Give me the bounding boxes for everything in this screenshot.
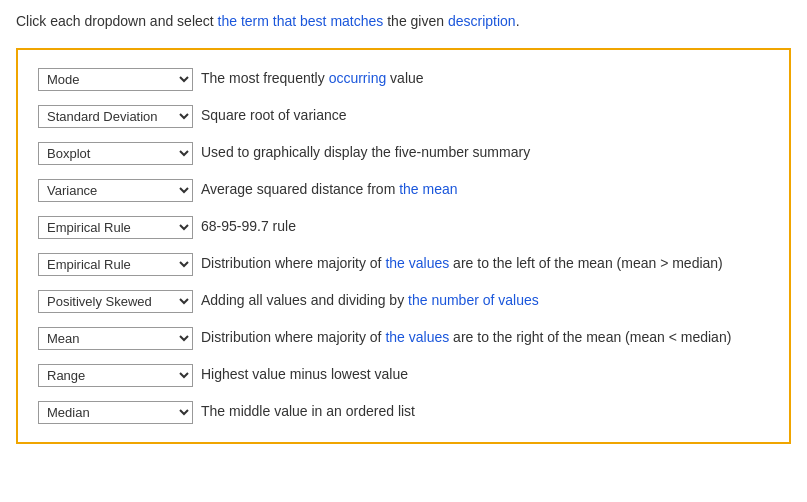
dropdown-wrapper-4: ModeMeanMedianRangeVarianceStandard Devi…: [38, 179, 193, 202]
dropdown-wrapper-2: ModeMeanMedianRangeVarianceStandard Devi…: [38, 105, 193, 128]
description-1: The most frequently occurring value: [201, 68, 769, 89]
dropdown-wrapper-1: ModeMeanMedianRangeVarianceStandard Devi…: [38, 68, 193, 91]
quiz-row-9: ModeMeanMedianRangeVarianceStandard Devi…: [38, 364, 769, 387]
dropdown-3[interactable]: ModeMeanMedianRangeVarianceStandard Devi…: [38, 142, 193, 165]
description-2: Square root of variance: [201, 105, 769, 126]
quiz-row-2: ModeMeanMedianRangeVarianceStandard Devi…: [38, 105, 769, 128]
dropdown-7[interactable]: ModeMeanMedianRangeVarianceStandard Devi…: [38, 290, 193, 313]
dropdown-wrapper-3: ModeMeanMedianRangeVarianceStandard Devi…: [38, 142, 193, 165]
description-3: Used to graphically display the five-num…: [201, 142, 769, 163]
description-9: Highest value minus lowest value: [201, 364, 769, 385]
description-6: Distribution where majority of the value…: [201, 253, 769, 274]
dropdown-6[interactable]: ModeMeanMedianRangeVarianceStandard Devi…: [38, 253, 193, 276]
dropdown-wrapper-10: ModeMeanMedianRangeVarianceStandard Devi…: [38, 401, 193, 424]
dropdown-wrapper-5: ModeMeanMedianRangeVarianceStandard Devi…: [38, 216, 193, 239]
dropdown-wrapper-9: ModeMeanMedianRangeVarianceStandard Devi…: [38, 364, 193, 387]
dropdown-5[interactable]: ModeMeanMedianRangeVarianceStandard Devi…: [38, 216, 193, 239]
quiz-row-5: ModeMeanMedianRangeVarianceStandard Devi…: [38, 216, 769, 239]
quiz-row-3: ModeMeanMedianRangeVarianceStandard Devi…: [38, 142, 769, 165]
dropdown-2[interactable]: ModeMeanMedianRangeVarianceStandard Devi…: [38, 105, 193, 128]
dropdown-1[interactable]: ModeMeanMedianRangeVarianceStandard Devi…: [38, 68, 193, 91]
quiz-row-4: ModeMeanMedianRangeVarianceStandard Devi…: [38, 179, 769, 202]
quiz-row-1: ModeMeanMedianRangeVarianceStandard Devi…: [38, 68, 769, 91]
dropdown-4[interactable]: ModeMeanMedianRangeVarianceStandard Devi…: [38, 179, 193, 202]
instruction-highlight2: description: [448, 13, 516, 29]
dropdown-wrapper-7: ModeMeanMedianRangeVarianceStandard Devi…: [38, 290, 193, 313]
quiz-row-10: ModeMeanMedianRangeVarianceStandard Devi…: [38, 401, 769, 424]
description-4: Average squared distance from the mean: [201, 179, 769, 200]
dropdown-wrapper-6: ModeMeanMedianRangeVarianceStandard Devi…: [38, 253, 193, 276]
instruction-highlight1: the term that best matches: [218, 13, 384, 29]
instruction-text: Click each dropdown and select the term …: [16, 12, 791, 32]
description-5: 68-95-99.7 rule: [201, 216, 769, 237]
dropdown-9[interactable]: ModeMeanMedianRangeVarianceStandard Devi…: [38, 364, 193, 387]
description-10: The middle value in an ordered list: [201, 401, 769, 422]
quiz-row-7: ModeMeanMedianRangeVarianceStandard Devi…: [38, 290, 769, 313]
description-7: Adding all values and dividing by the nu…: [201, 290, 769, 311]
quiz-row-8: ModeMeanMedianRangeVarianceStandard Devi…: [38, 327, 769, 350]
dropdown-wrapper-8: ModeMeanMedianRangeVarianceStandard Devi…: [38, 327, 193, 350]
quiz-row-6: ModeMeanMedianRangeVarianceStandard Devi…: [38, 253, 769, 276]
quiz-container: ModeMeanMedianRangeVarianceStandard Devi…: [16, 48, 791, 444]
dropdown-10[interactable]: ModeMeanMedianRangeVarianceStandard Devi…: [38, 401, 193, 424]
dropdown-8[interactable]: ModeMeanMedianRangeVarianceStandard Devi…: [38, 327, 193, 350]
description-8: Distribution where majority of the value…: [201, 327, 769, 348]
